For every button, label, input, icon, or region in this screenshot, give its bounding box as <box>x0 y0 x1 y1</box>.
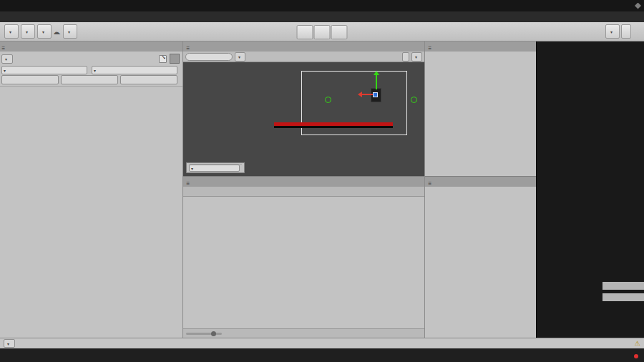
gameobject-header: ▾ <box>0 52 182 66</box>
hierarchy-panel: ≡ <box>425 41 536 177</box>
chevron-down-icon: ▾ <box>4 68 6 73</box>
warning-icon: ⚠ <box>635 340 640 347</box>
playmode-controls <box>297 25 348 39</box>
chevron-down-icon: ▾ <box>42 29 44 34</box>
slider-knob[interactable] <box>211 331 216 336</box>
rec-indicator <box>632 354 638 358</box>
rec-dot-icon <box>634 354 638 358</box>
layers-button[interactable]: ▾ <box>21 24 35 39</box>
side-panel-bar <box>602 282 644 290</box>
breadcrumb <box>183 187 424 197</box>
layer-dropdown[interactable]: ▾ <box>1 66 87 74</box>
project-footer <box>183 328 424 338</box>
shading-mode-dropdown[interactable]: ▾ <box>411 52 422 62</box>
unity-logo-icon <box>635 3 641 9</box>
project-tabbar: ≡ <box>183 177 424 187</box>
inspector-panel: ≡ ▾ ▾ ▾ <box>0 41 182 338</box>
waypoint-gizmo <box>411 97 417 103</box>
title-bar <box>0 0 644 11</box>
scene-tabbar: ≡ <box>183 41 424 52</box>
move-gizmo-y-axis[interactable] <box>376 72 377 89</box>
scene-search-input[interactable] <box>185 53 233 61</box>
waypoint-gizmo <box>325 97 331 103</box>
side-dark-panel <box>536 41 644 338</box>
inspector-column: ≡ ▾ ▾ ▾ <box>0 41 182 338</box>
main-area: ≡ ≡ <box>0 41 644 338</box>
step-button[interactable] <box>297 25 313 39</box>
gameobject-cube-icon <box>170 54 180 64</box>
prefab-row <box>0 74 182 87</box>
main-toolbar: ▾ ▾ ☁ ▾ ▾ ▾ <box>0 22 644 41</box>
auto-generate-lighting-toggle[interactable]: ▾ <box>4 339 15 348</box>
scene-toolbar: ▾ ▾ <box>183 52 424 62</box>
project-tree-panel: ≡ <box>425 177 536 338</box>
active-checkbox[interactable] <box>159 55 167 63</box>
tilemap-focus-overlay: ▾ <box>186 162 245 173</box>
panel-menu-icon[interactable]: ≡ <box>425 45 434 52</box>
platform-shadow <box>274 126 393 128</box>
layout-button[interactable]: ▾ <box>4 24 19 39</box>
hierarchy-tree <box>425 52 536 176</box>
tag-dropdown[interactable]: ▾ <box>92 66 177 74</box>
pivot-toggle[interactable] <box>621 24 631 39</box>
chevron-down-icon: ▾ <box>238 54 240 59</box>
move-gizmo-center[interactable] <box>373 92 378 97</box>
panel-menu-icon[interactable]: ≡ <box>183 45 192 52</box>
project-folder-tree <box>425 187 536 338</box>
project-browser-panel: ≡ <box>183 177 424 338</box>
static-dropdown[interactable]: ▾ <box>1 54 13 64</box>
focus-on-dropdown[interactable]: ▾ <box>189 165 240 172</box>
inspector-tabbar: ≡ <box>0 41 182 52</box>
screenshot-stage: ▾ ▾ ☁ ▾ ▾ ▾ <box>0 0 644 362</box>
global-toggle[interactable]: ▾ <box>605 24 620 39</box>
tag-layer-row: ▾ ▾ <box>0 66 182 74</box>
status-bar: ⚠ ▾ <box>0 338 644 348</box>
menu-bar <box>0 11 644 22</box>
thumbnail-zoom-slider[interactable] <box>186 333 222 335</box>
prefab-open-button[interactable] <box>120 75 177 84</box>
project-tree-tabbar: ≡ <box>425 177 536 187</box>
prefab-overrides-button[interactable] <box>1 75 59 84</box>
panel-menu-icon[interactable]: ≡ <box>425 180 434 187</box>
panel-menu-icon[interactable]: ≡ <box>183 180 192 187</box>
asset-file-list <box>183 197 424 328</box>
cloud-icon[interactable]: ☁ <box>54 28 61 36</box>
play-button[interactable] <box>331 25 348 39</box>
center-column: ≡ ▾ ▾ <box>182 41 424 338</box>
hierarchy-column: ≡ ≡ <box>424 41 536 338</box>
bottom-bar <box>0 348 644 362</box>
unity-editor-window: ▾ ▾ ☁ ▾ ▾ ▾ <box>0 0 644 362</box>
chevron-down-icon: ▾ <box>415 54 417 59</box>
collab-button[interactable]: ▾ <box>63 24 77 39</box>
chevron-down-icon: ▾ <box>610 29 613 34</box>
prefab-select-button[interactable] <box>61 75 118 84</box>
chevron-down-icon: ▾ <box>68 29 70 34</box>
chevron-down-icon: ▾ <box>9 29 11 34</box>
gizmos-dropdown[interactable]: ▾ <box>235 52 245 62</box>
chevron-down-icon: ▾ <box>5 57 7 62</box>
chevron-down-icon: ▾ <box>191 166 193 171</box>
inspector-content: ▾ ▾ ▾ <box>0 52 182 338</box>
chevron-down-icon: ▾ <box>94 68 96 73</box>
scene-panel: ≡ ▾ ▾ <box>183 41 424 177</box>
chevron-down-icon: ▾ <box>26 29 28 34</box>
account-button[interactable]: ▾ <box>37 24 52 39</box>
scene-viewport[interactable]: ▾ <box>183 62 424 176</box>
pause-button[interactable] <box>314 25 331 39</box>
hierarchy-tabbar: ≡ <box>425 41 536 52</box>
panel-menu-icon[interactable]: ≡ <box>0 45 8 52</box>
chevron-down-icon: ▾ <box>7 341 9 346</box>
side-panel-bar <box>602 293 644 301</box>
2d-toggle[interactable] <box>402 52 409 62</box>
